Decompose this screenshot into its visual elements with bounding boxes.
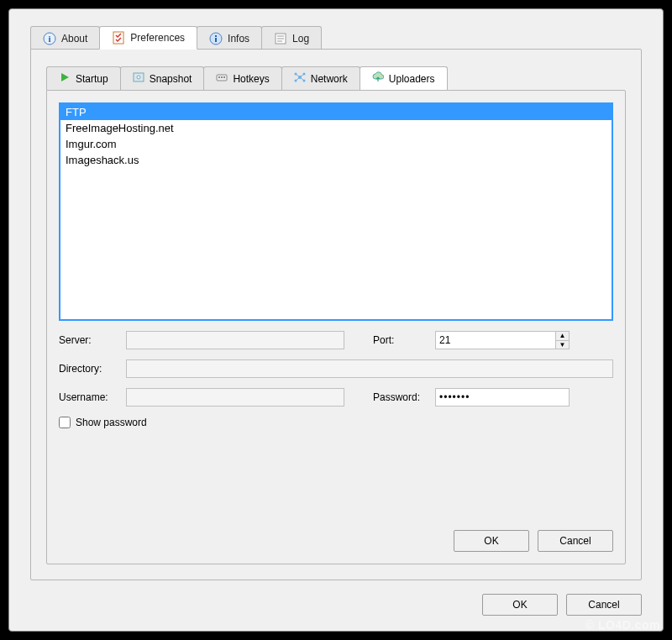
svg-line-25 <box>300 77 304 81</box>
ok-button[interactable]: OK <box>482 594 558 616</box>
directory-label: Directory: <box>59 363 123 375</box>
port-input[interactable] <box>436 332 555 349</box>
tab-label: Log <box>292 33 309 45</box>
tab-label: Hotkeys <box>233 73 269 85</box>
server-label: Server: <box>59 334 123 346</box>
show-password-checkbox[interactable] <box>59 417 71 428</box>
tab-uploaders[interactable]: Uploaders <box>360 66 448 90</box>
svg-rect-14 <box>218 76 220 78</box>
svg-rect-4 <box>215 38 217 42</box>
inner-cancel-button[interactable]: Cancel <box>538 530 613 552</box>
username-label: Username: <box>59 391 123 403</box>
spinner-down-button[interactable]: ▼ <box>556 341 569 349</box>
tab-about[interactable]: i About <box>30 26 100 50</box>
list-item[interactable]: Imgur.com <box>60 136 612 152</box>
preferences-dialog: i About Preferences Infos Log <box>8 8 664 632</box>
network-icon <box>294 71 306 86</box>
tab-network[interactable]: Network <box>281 66 360 90</box>
svg-rect-2 <box>113 32 123 44</box>
list-item[interactable]: Imageshack.us <box>60 152 612 168</box>
cancel-button[interactable]: Cancel <box>566 594 642 616</box>
server-input[interactable] <box>126 331 344 349</box>
log-icon <box>274 32 287 45</box>
preferences-panel: Startup Snapshot Hotkeys Network <box>30 49 642 580</box>
list-item[interactable]: FreeImageHosting.net <box>60 120 612 136</box>
port-spinner[interactable]: ▲ ▼ <box>435 331 570 349</box>
info-icon: i <box>43 32 56 45</box>
tab-label: Infos <box>228 33 249 45</box>
inner-ok-button[interactable]: OK <box>454 530 529 552</box>
main-tabstrip: i About Preferences Infos Log <box>9 9 663 50</box>
cloud-upload-icon <box>372 71 384 86</box>
tab-label: Uploaders <box>389 73 435 85</box>
tab-label: Network <box>311 73 348 85</box>
svg-point-12 <box>137 76 140 79</box>
tab-snapshot[interactable]: Snapshot <box>120 66 205 90</box>
show-password-label: Show password <box>76 417 147 428</box>
keyboard-icon <box>216 71 228 86</box>
list-item[interactable]: FTP <box>60 104 612 120</box>
tab-infos[interactable]: Infos <box>197 26 262 50</box>
password-input[interactable] <box>435 388 570 407</box>
tab-log[interactable]: Log <box>261 26 322 50</box>
svg-text:i: i <box>48 34 50 44</box>
spinner-up-button[interactable]: ▲ <box>556 332 569 341</box>
svg-line-24 <box>296 77 300 81</box>
info-circle-icon <box>209 32 223 45</box>
svg-line-22 <box>296 74 300 77</box>
directory-input[interactable] <box>126 359 613 378</box>
tab-label: Snapshot <box>150 73 192 85</box>
svg-rect-16 <box>223 76 225 78</box>
watermark: © LO4D.com <box>585 618 660 632</box>
tab-startup[interactable]: Startup <box>46 66 121 90</box>
uploaders-listbox[interactable]: FTP FreeImageHosting.net Imgur.com Image… <box>59 102 613 321</box>
tab-hotkeys[interactable]: Hotkeys <box>203 66 281 90</box>
preferences-icon <box>112 31 125 45</box>
inner-tabstrip: Startup Snapshot Hotkeys Network <box>46 66 626 90</box>
tab-preferences[interactable]: Preferences <box>99 26 197 50</box>
tab-label: Preferences <box>130 32 185 44</box>
spinner-buttons: ▲ ▼ <box>555 332 569 349</box>
svg-marker-10 <box>61 73 69 81</box>
username-input[interactable] <box>126 388 344 407</box>
snapshot-icon <box>133 71 144 86</box>
tab-label: About <box>61 33 87 45</box>
svg-rect-15 <box>221 76 223 78</box>
port-label: Port: <box>373 334 432 346</box>
play-icon <box>59 71 71 86</box>
uploaders-panel: FTP FreeImageHosting.net Imgur.com Image… <box>46 90 626 564</box>
svg-rect-5 <box>215 35 217 37</box>
tab-label: Startup <box>76 73 108 85</box>
password-label: Password: <box>373 391 432 403</box>
svg-line-23 <box>300 74 304 77</box>
